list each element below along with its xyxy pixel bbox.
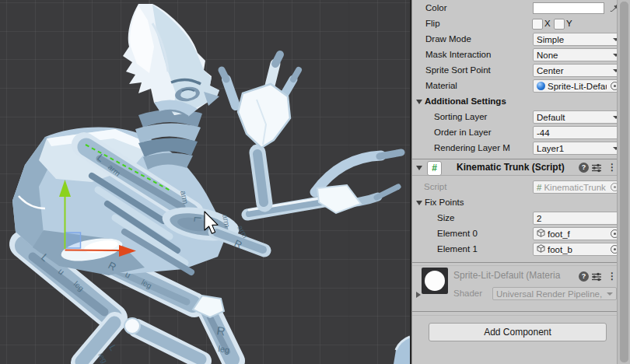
size-row: Size 2 — [412, 211, 617, 226]
shader-label: Shader — [453, 289, 482, 298]
element1-object-field[interactable]: foot_b — [533, 243, 623, 256]
presets-icon[interactable] — [591, 163, 602, 173]
element0-label: Element 0 — [437, 229, 478, 238]
neck — [135, 109, 202, 170]
script-label: Script — [424, 182, 446, 191]
unity-editor: LarmarmLarmarmRLulegRulegLlegRleg Color — [0, 0, 630, 364]
sprite-sort-point-dropdown[interactable]: Center — [533, 64, 623, 77]
size-label: Size — [437, 213, 454, 222]
mask-interaction-label: Mask Interaction — [425, 50, 491, 59]
gizmo-x-axis[interactable] — [65, 250, 122, 251]
draw-mode-dropdown[interactable]: Simple — [533, 33, 623, 46]
alien-character-sprite[interactable] — [12, 4, 401, 362]
help-icon[interactable]: ? — [579, 163, 589, 173]
shader-dropdown[interactable]: Universal Render Pipeline, — [492, 287, 617, 300]
material-label: Material — [425, 81, 457, 90]
material-preview-thumbnail[interactable] — [422, 268, 448, 294]
foldout-arrow-icon — [416, 100, 422, 104]
order-in-layer-label: Order in Layer — [434, 128, 492, 137]
sorting-layer-dropdown[interactable]: Default — [533, 110, 623, 124]
flip-x-label: X — [544, 19, 551, 28]
script-object-field[interactable]: # KinematicTrunk — [533, 180, 623, 194]
color-label: Color — [425, 3, 446, 12]
element1-label: Element 1 — [437, 244, 478, 254]
help-icon[interactable]: ? — [579, 271, 589, 282]
additional-settings-title: Additional Settings — [425, 96, 506, 106]
sorting-layer-row: Sorting Layer Default — [412, 110, 617, 125]
fix-points-foldout[interactable]: Fix Points — [412, 195, 617, 211]
scene-view[interactable]: LarmarmLarmarmRLulegRulegLlegRleg — [0, 0, 410, 364]
sorting-layer-label: Sorting Layer — [434, 112, 487, 121]
bone-label: leg — [218, 344, 230, 355]
element0-object-field[interactable]: foot_f — [533, 227, 623, 240]
foldout-arrow-icon — [416, 201, 422, 205]
inspector-panel: Color Flip X Y Draw Mode Simple Mask Int… — [412, 0, 630, 364]
knee-cap — [124, 318, 140, 334]
separator — [412, 311, 630, 312]
order-in-layer-row: Order in Layer -44 — [412, 125, 617, 141]
rendering-layer-row: Rendering Layer M Layer1 — [412, 141, 617, 156]
script-icon: # — [427, 161, 442, 176]
fix-points-label: Fix Points — [425, 198, 464, 207]
scene-canvas: LarmarmLarmarmRLulegRulegLlegRleg — [0, 0, 410, 364]
element1-row: Element 1 foot_b — [412, 242, 617, 257]
material-row: Material Sprite-Lit-Defau — [412, 79, 617, 94]
gameobject-cube-icon — [537, 229, 545, 239]
material-object-field[interactable]: Sprite-Lit-Defau — [533, 79, 623, 93]
gizmo-xy-plane-handle[interactable] — [66, 233, 81, 248]
add-component-button[interactable]: Add Component — [429, 323, 607, 341]
mask-interaction-dropdown[interactable]: None — [533, 48, 623, 61]
bone-label: L — [191, 216, 204, 223]
material-preview-sphere — [425, 271, 445, 291]
script-row: Script # KinematicTrunk — [412, 180, 617, 195]
separator — [412, 265, 630, 266]
head — [123, 4, 219, 117]
kebab-menu-icon[interactable]: ⋮ — [607, 162, 611, 173]
draw-mode-row: Draw Mode Simple — [412, 32, 617, 47]
flip-row: Flip X Y — [412, 16, 617, 32]
expand-arrow-icon[interactable] — [416, 292, 421, 298]
foldout-arrow-icon — [416, 166, 422, 170]
component-title: Kinematic Trunk (Script) — [457, 162, 565, 173]
rendering-layer-label: Rendering Layer M — [434, 143, 510, 152]
material-section-title: Sprite-Lit-Default (Materia — [453, 270, 576, 281]
inspector-scrollbar[interactable] — [617, 0, 630, 364]
rendering-layer-dropdown[interactable]: Layer1 — [533, 142, 623, 155]
kinematic-trunk-header[interactable]: # Kinematic Trunk (Script) ? ⋮ — [412, 159, 630, 176]
chevron-down-icon — [607, 292, 613, 296]
order-in-layer-input[interactable]: -44 — [533, 126, 623, 139]
additional-settings-header[interactable]: Additional Settings — [412, 94, 617, 110]
size-input[interactable]: 2 — [533, 212, 623, 225]
draw-mode-label: Draw Mode — [425, 34, 471, 44]
script-file-icon: # — [537, 183, 541, 192]
element0-row: Element 0 foot_f — [412, 226, 617, 242]
sprite-sort-point-row: Sprite Sort Point Center — [412, 63, 617, 79]
mask-interaction-row: Mask Interaction None — [412, 47, 617, 63]
flip-x-checkbox[interactable] — [532, 19, 543, 30]
color-row: Color — [412, 1, 617, 16]
flip-y-checkbox[interactable] — [554, 19, 565, 30]
flip-label: Flip — [425, 19, 440, 28]
scrollbar-thumb[interactable] — [620, 2, 628, 362]
gameobject-cube-icon — [537, 244, 545, 254]
material-icon — [537, 82, 545, 90]
color-swatch[interactable] — [533, 2, 604, 14]
kebab-menu-icon[interactable]: ⋮ — [607, 271, 611, 282]
presets-icon[interactable] — [591, 272, 602, 282]
flip-y-label: Y — [566, 19, 572, 28]
separator — [412, 315, 630, 316]
sprite-sort-point-label: Sprite Sort Point — [425, 65, 491, 75]
separator — [412, 262, 630, 263]
secondary-sprite-fragment[interactable] — [394, 337, 410, 364]
